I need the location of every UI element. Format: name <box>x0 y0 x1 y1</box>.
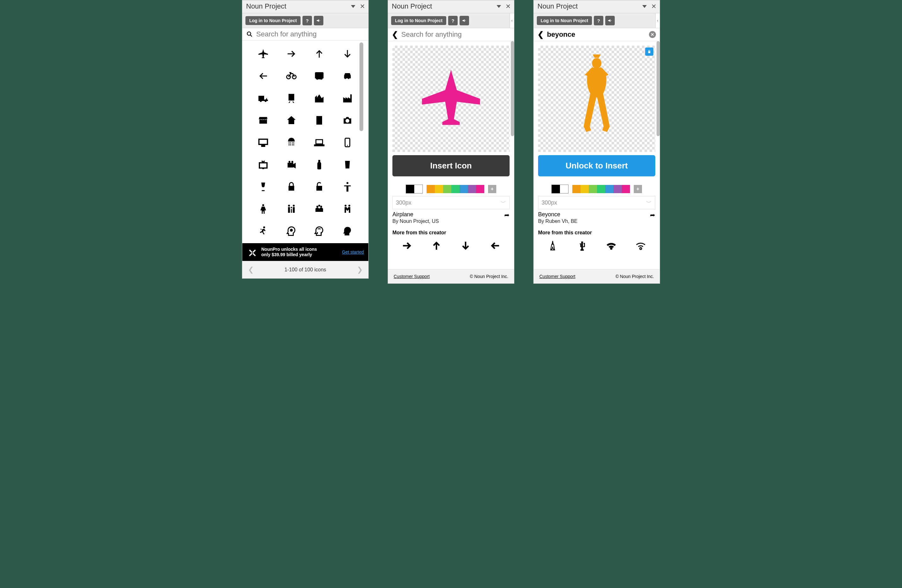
more-icon-eiffel[interactable] <box>547 239 559 252</box>
login-button[interactable]: Log in to Noun Project <box>391 16 446 25</box>
scrollbar[interactable] <box>511 41 514 136</box>
grid-icon-city[interactable] <box>310 91 329 105</box>
share-icon[interactable]: ➦ <box>504 211 510 219</box>
pager-prev-icon[interactable]: ❮ <box>248 266 254 274</box>
grid-icon-train[interactable] <box>282 91 301 105</box>
unlock-to-insert-button[interactable]: Unlock to Insert <box>538 155 655 177</box>
grid-icon-person-stand[interactable] <box>338 180 357 194</box>
more-icon-wifi-outline[interactable] <box>634 239 647 252</box>
grid-icon-headphones[interactable] <box>310 224 329 238</box>
grid-icon-monitor[interactable] <box>254 136 273 149</box>
size-select[interactable]: 300px ﹀ <box>392 196 510 209</box>
color-swatch[interactable] <box>451 185 460 193</box>
grid-icon-family[interactable] <box>282 202 301 216</box>
color-swatch[interactable] <box>597 185 605 193</box>
collapse-tab[interactable]: ‹ <box>655 13 660 28</box>
search-input[interactable] <box>401 30 510 39</box>
bw-swatch[interactable] <box>551 185 568 194</box>
add-color-button[interactable]: + <box>634 185 642 193</box>
add-color-button[interactable]: + <box>488 185 496 193</box>
color-swatch[interactable] <box>427 185 435 193</box>
color-swatch[interactable] <box>460 185 468 193</box>
scrollbar[interactable] <box>359 42 363 131</box>
grid-icon-handshake[interactable] <box>338 202 357 216</box>
more-icon-wifi-solid[interactable] <box>605 239 618 252</box>
announce-button[interactable] <box>314 16 323 25</box>
grid-icon-woman[interactable] <box>254 202 273 216</box>
color-swatch[interactable] <box>443 185 451 193</box>
pager-next-icon[interactable]: ❯ <box>357 266 363 274</box>
color-swatch[interactable] <box>476 185 484 193</box>
grid-icon-group[interactable] <box>310 202 329 216</box>
grid-icon-tv[interactable] <box>254 158 273 172</box>
close-icon[interactable]: ✕ <box>651 3 656 10</box>
detail-body: Insert Icon + 300px ﹀ Airplane By Noun P… <box>388 41 514 269</box>
grid-icon-house[interactable] <box>282 113 301 127</box>
grid-icon-store[interactable] <box>254 113 273 127</box>
insert-icon-button[interactable]: Insert Icon <box>392 155 510 177</box>
grid-icon-bus[interactable] <box>310 69 329 83</box>
grid-icon-arrow-down[interactable] <box>338 47 357 61</box>
help-button[interactable]: ? <box>302 16 312 25</box>
color-swatch[interactable] <box>589 185 597 193</box>
grid-icon-office[interactable] <box>310 113 329 127</box>
scrollbar[interactable] <box>656 41 660 136</box>
share-icon[interactable]: ➦ <box>650 211 655 219</box>
grid-icon-arrow-up[interactable] <box>310 47 329 61</box>
grid-icon-running[interactable] <box>254 224 273 238</box>
color-swatch[interactable] <box>435 185 443 193</box>
back-chevron-icon[interactable]: ❮ <box>392 30 398 39</box>
grid-icon-lock-closed[interactable] <box>282 180 301 194</box>
clear-search-icon[interactable]: ✕ <box>649 31 656 38</box>
more-icon-arrow-left[interactable] <box>489 239 501 252</box>
grid-icon-camera[interactable] <box>338 113 357 127</box>
color-swatch[interactable] <box>614 185 622 193</box>
grid-icon-video-camera[interactable] <box>282 158 301 172</box>
login-button[interactable]: Log in to Noun Project <box>537 16 592 25</box>
help-button[interactable]: ? <box>594 16 603 25</box>
grid-icon-car[interactable] <box>338 69 357 83</box>
promo-get-started-link[interactable]: Get started <box>342 250 364 255</box>
grid-icon-head-think[interactable] <box>282 224 301 238</box>
help-button[interactable]: ? <box>448 16 458 25</box>
grid-icon-truck[interactable] <box>254 91 273 105</box>
minimize-chevron-icon[interactable] <box>642 5 647 8</box>
grid-icon-arrow-left[interactable] <box>254 69 273 83</box>
grid-icon-shower[interactable] <box>282 136 301 149</box>
grid-icon-bicycle[interactable] <box>282 69 301 83</box>
grid-icon-airplane[interactable] <box>254 47 273 61</box>
grid-icon-factory[interactable] <box>338 91 357 105</box>
color-swatch[interactable] <box>581 185 589 193</box>
announce-button[interactable] <box>460 16 469 25</box>
more-icon-cactus[interactable] <box>576 239 589 252</box>
grid-icon-glass[interactable] <box>338 158 357 172</box>
back-chevron-icon[interactable]: ❮ <box>537 30 544 39</box>
announce-button[interactable] <box>605 16 615 25</box>
customer-support-link[interactable]: Customer Support <box>394 274 430 279</box>
bw-swatch[interactable] <box>406 185 423 194</box>
grid-icon-wine[interactable] <box>254 180 273 194</box>
grid-icon-bottle[interactable] <box>310 158 329 172</box>
more-icon-arrow-up[interactable] <box>430 239 443 252</box>
grid-icon-lock-open[interactable] <box>310 180 329 194</box>
color-swatch[interactable] <box>468 185 476 193</box>
size-select[interactable]: 300px ﹀ <box>538 196 655 209</box>
more-icon-arrow-right[interactable] <box>401 239 413 252</box>
collapse-tab[interactable]: ‹ <box>510 13 514 28</box>
color-swatches: + <box>392 185 510 194</box>
close-icon[interactable]: ✕ <box>506 3 511 10</box>
color-swatch[interactable] <box>605 185 614 193</box>
search-input[interactable] <box>256 30 365 38</box>
login-button[interactable]: Log in to Noun Project <box>246 16 301 25</box>
close-icon[interactable]: ✕ <box>360 3 365 10</box>
color-swatch[interactable] <box>572 185 581 193</box>
more-icon-arrow-down[interactable] <box>459 239 472 252</box>
grid-icon-laptop[interactable] <box>310 136 329 149</box>
grid-icon-arrow-right[interactable] <box>282 47 301 61</box>
minimize-chevron-icon[interactable] <box>496 5 501 8</box>
minimize-chevron-icon[interactable] <box>351 5 355 8</box>
color-swatch[interactable] <box>622 185 630 193</box>
grid-icon-head[interactable] <box>338 224 357 238</box>
grid-icon-phone[interactable] <box>338 136 357 149</box>
customer-support-link[interactable]: Customer Support <box>539 274 575 279</box>
